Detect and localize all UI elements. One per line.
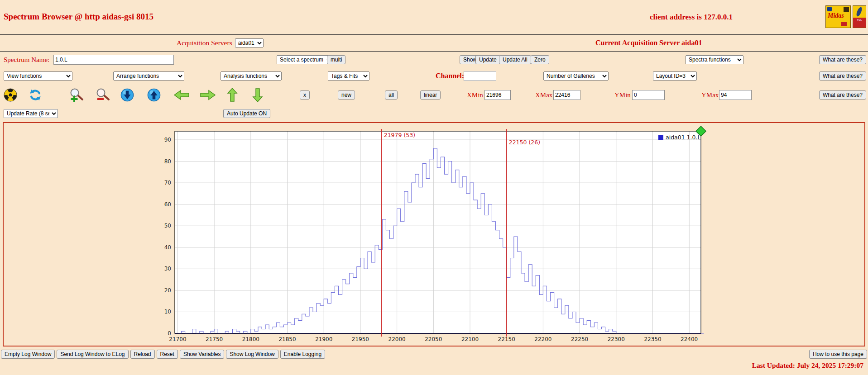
select-spectrum-dropdown[interactable]: Select a spectrum <box>277 55 333 64</box>
x-tick-label: 22400 <box>681 336 698 342</box>
linear-button[interactable]: linear <box>420 90 441 100</box>
y-tick-label: 80 <box>164 158 171 165</box>
reload-button[interactable]: Reload <box>130 350 155 359</box>
arrange-functions-dropdown[interactable]: Arrange functions <box>113 71 184 81</box>
ymin-input[interactable] <box>632 90 665 100</box>
what-are-these-button-2[interactable]: What are these? <box>819 71 866 81</box>
channel-input[interactable] <box>464 71 496 81</box>
page-title: Spectrum Browser @ http aidas-gsi 8015 <box>4 12 153 22</box>
spectrum-name-row: Spectrum Name: Select a spectrum multi S… <box>0 52 868 68</box>
spectrum-name-input[interactable] <box>53 55 174 65</box>
spectrum-chart[interactable]: 2170021750218002185021900219502200022050… <box>4 123 863 346</box>
x-tick-label: 22250 <box>571 336 588 342</box>
channel-label: Channel: <box>436 72 464 80</box>
x-tick-label: 21700 <box>169 336 186 342</box>
spectra-functions-dropdown[interactable]: Spectra functions <box>686 55 743 64</box>
y-tick-label: 70 <box>164 180 171 186</box>
x-tick-label: 21900 <box>315 336 332 342</box>
x-axis-button[interactable]: x <box>300 90 310 100</box>
empty-log-window-button[interactable]: Empty Log Window <box>1 350 55 359</box>
xmin-label: XMin <box>467 91 483 99</box>
tags-fits-dropdown[interactable]: Tags & Fits <box>328 71 369 81</box>
radiation-icon[interactable] <box>4 88 17 102</box>
y-tick-label: 40 <box>164 244 171 251</box>
number-of-galleries-dropdown[interactable]: Number of Galleries <box>543 71 609 81</box>
x-tick-label: 22350 <box>644 336 661 342</box>
midas-logo-figure <box>844 7 849 12</box>
y-tick-label: 90 <box>164 137 171 143</box>
current-server-text: Current Acquisition Server aida01 <box>595 39 702 47</box>
x-tick-label: 22150 <box>498 336 515 342</box>
what-are-these-button-3[interactable]: What are these? <box>819 90 866 100</box>
show-variables-button[interactable]: Show Variables <box>180 350 225 359</box>
view-functions-dropdown[interactable]: View functions <box>4 71 72 81</box>
multi-button[interactable]: multi <box>327 55 345 64</box>
client-address-text: client address is 127.0.0.1 <box>650 13 733 22</box>
marker-label: 21979 (53) <box>384 132 415 138</box>
refresh-icon[interactable] <box>28 88 43 102</box>
xmax-input[interactable] <box>553 90 580 100</box>
how-to-use-this-page-button[interactable]: How to use this page <box>809 350 867 359</box>
analysis-functions-dropdown[interactable]: Analysis functions <box>221 71 282 81</box>
layout-id-dropdown[interactable]: Layout ID=3 <box>653 71 697 81</box>
what-are-these-button-1[interactable]: What are these? <box>819 55 866 64</box>
y-tick-label: 10 <box>164 309 171 315</box>
scale-up-icon[interactable] <box>147 88 161 102</box>
x-tick-label: 21750 <box>206 336 223 342</box>
legend-label: aida01 1.0.L <box>666 134 700 141</box>
pan-left-icon[interactable] <box>173 89 190 101</box>
tcl-logo[interactable]: TCL <box>853 5 866 28</box>
zero-button[interactable]: Zero <box>531 55 549 64</box>
y-tick-label: 0 <box>168 330 171 337</box>
ymax-input[interactable] <box>719 90 752 100</box>
update-button[interactable]: Update <box>475 55 500 64</box>
y-tick-label: 30 <box>164 266 171 272</box>
y-tick-label: 20 <box>164 287 171 294</box>
tcl-logo-feather-icon <box>853 6 866 18</box>
enable-logging-button[interactable]: Enable Logging <box>280 350 325 359</box>
update-rate-dropdown[interactable]: Update Rate (8 secs) <box>4 109 58 118</box>
x-tick-label: 21800 <box>242 336 259 342</box>
acquisition-servers-label: Acquisition Servers <box>177 39 232 47</box>
pan-up-icon[interactable] <box>226 87 238 103</box>
new-button[interactable]: new <box>338 90 355 100</box>
marker-label: 22150 (26) <box>509 139 540 146</box>
header: Spectrum Browser @ http aidas-gsi 8015 c… <box>0 0 868 34</box>
x-tick-label: 22000 <box>388 336 406 342</box>
footer-buttons-row: Empty Log Window Send Log Window to ELog… <box>0 347 868 360</box>
auto-update-button[interactable]: Auto Update ON <box>223 109 270 118</box>
acquisition-server-select[interactable]: aida01 <box>235 38 264 47</box>
zoom-out-icon[interactable] <box>95 88 110 102</box>
scale-down-icon[interactable] <box>120 88 134 102</box>
update-all-button[interactable]: Update All <box>499 55 531 64</box>
spectrum-name-label: Spectrum Name: <box>4 56 49 64</box>
x-tick-label: 22100 <box>461 336 479 342</box>
acquisition-row: Acquisition Servers aida01 Current Acqui… <box>0 35 868 51</box>
x-tick-label: 22200 <box>534 336 551 342</box>
y-tick-label: 50 <box>164 223 171 229</box>
pan-right-icon[interactable] <box>199 89 216 101</box>
xmax-label: XMax <box>535 91 552 99</box>
x-tick-label: 22300 <box>608 336 625 342</box>
ymax-label: YMax <box>701 91 719 99</box>
icons-row: x new all linear XMin XMax YMin YMax Wha… <box>0 84 868 106</box>
midas-logo[interactable]: Midas <box>825 5 851 28</box>
legend-swatch <box>658 135 663 140</box>
last-updated-text: Last Updated: July 24, 2025 17:29:07 <box>0 360 868 373</box>
midas-logo-figure <box>841 22 847 26</box>
chart-panel: 2170021750218002185021900219502200022050… <box>3 122 865 347</box>
xmin-input[interactable] <box>484 90 511 100</box>
show-log-window-button[interactable]: Show Log Window <box>226 350 278 359</box>
zoom-in-icon[interactable] <box>69 88 84 102</box>
functions-row: View functions Arrange functions Analysi… <box>0 68 868 84</box>
x-tick-label: 21950 <box>352 336 369 342</box>
update-rate-row: Update Rate (8 secs) Auto Update ON <box>0 106 868 121</box>
y-tick-label: 60 <box>164 201 171 208</box>
midas-logo-figure <box>827 7 832 11</box>
pan-down-icon[interactable] <box>252 87 264 103</box>
tcl-logo-text: TCL <box>853 18 866 28</box>
all-button[interactable]: all <box>385 90 398 100</box>
reset-button[interactable]: Reset <box>157 350 178 359</box>
send-log-window-to-elog-button[interactable]: Send Log Window to ELog <box>57 350 128 359</box>
x-tick-label: 21850 <box>278 336 296 342</box>
